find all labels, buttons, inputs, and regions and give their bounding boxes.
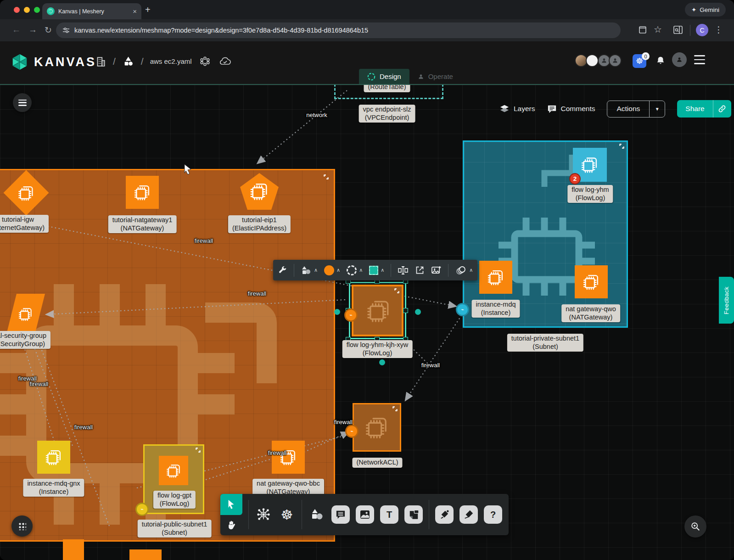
merge-flower-icon[interactable] [199,56,211,67]
rename-icon[interactable] [398,266,409,275]
collaborator-avatar-4[interactable] [609,54,622,67]
layers-button[interactable]: Layers [499,104,535,113]
feedback-tab[interactable]: Feedback [719,277,734,324]
border-style-button[interactable]: ∧ [347,265,363,275]
shapes-menu-button[interactable]: ∧ [301,265,318,275]
node-label[interactable]: tutorial-private-subnet1(Subnet) [507,334,583,352]
actions-button[interactable]: Actions ▼ [607,101,665,118]
window-minimize-button[interactable] [24,7,30,13]
edge-label[interactable]: firewall [30,381,48,387]
share-label[interactable]: Share [677,105,712,113]
kanvas-brand[interactable]: KANVAS [11,53,96,71]
design-canvas[interactable]: 2 ⌁ ⌁ ⌁ ⌁ (RouteTable) vpc endpoint-slz(… [0,85,734,560]
new-tab-button[interactable]: + [145,5,151,15]
edge-anchor-badge[interactable]: ⌁ [135,503,149,516]
edge-anchor-badge[interactable]: ⌁ [344,308,358,322]
collapse-icon[interactable] [394,288,400,294]
node-nat-gateway-1[interactable] [126,176,159,209]
forward-button[interactable]: → [28,25,37,35]
node-label[interactable]: vpc endpoint-slz(VPCEndpoint) [359,105,415,123]
browser-tab[interactable]: Kanvas | Meshery × [42,3,141,19]
resize-handle[interactable] [403,308,408,313]
design-file-name[interactable]: aws ec2.yaml [150,57,192,65]
browser-menu-icon[interactable]: ⋮ [714,24,723,35]
edge-anchor-badge[interactable]: ⌁ [345,425,359,438]
actions-label[interactable]: Actions [607,105,649,113]
edge-label[interactable]: firewall [248,290,266,297]
node-label[interactable]: tutorial-igw(InternetGateway) [0,215,49,233]
shapes-tool-button[interactable] [308,505,325,524]
node-partial-1[interactable] [63,539,84,560]
edge-label[interactable]: firewall [195,237,213,244]
zoom-search-button[interactable] [684,515,706,538]
container-network-acl[interactable] [353,403,401,452]
node-label[interactable]: tutorial-public-subnet1(Subnet) [138,520,212,538]
notification-count-badge[interactable]: 2 [569,173,581,185]
node-nat-gateway-bbc[interactable] [272,441,305,474]
bookmark-star-icon[interactable]: ☆ [654,24,662,35]
node-instance-mdq[interactable] [479,261,512,294]
cloud-sync-icon[interactable] [218,56,232,67]
actions-caret[interactable]: ▼ [649,101,665,117]
node-label[interactable]: al-security-group(SecurityGroup) [0,331,50,349]
edge-anchor-badge[interactable]: ⌁ [456,303,469,316]
apps-grid-button[interactable] [11,515,33,537]
collaborator-avatar-2[interactable] [586,54,599,67]
kubernetes-tool-button[interactable]: ☸ [278,505,296,524]
pan-tool-button[interactable] [227,515,236,535]
gemini-button[interactable]: ✦ Gemini [685,3,726,17]
group-style-button[interactable]: ∧ [455,265,473,275]
user-profile-avatar[interactable] [672,52,687,67]
tab-close-icon[interactable]: × [133,7,137,15]
open-in-new-icon[interactable] [415,265,425,275]
help-tool-button[interactable]: ? [484,505,502,524]
collapse-icon[interactable] [392,406,398,412]
window-close-button[interactable] [14,7,20,13]
node-instance-gnx[interactable] [37,441,70,474]
node-label[interactable]: flow log-gpt(FlowLog) [153,491,196,509]
tab-operate[interactable]: Operate [409,69,461,84]
reload-button[interactable]: ↻ [45,25,52,35]
node-label[interactable]: tutorial-eip1(ElasticIPAddress) [228,215,291,233]
node-nat-gateway-qwo[interactable] [575,265,608,298]
app-menu-icon[interactable] [694,55,705,64]
text-tool-button[interactable]: T [380,505,398,524]
node-label[interactable]: flow log-yhm(FlowLog) [567,185,613,203]
save-icon[interactable] [638,25,647,34]
container-flow-log-selected[interactable] [352,285,403,336]
edge-label[interactable]: firewall [334,419,353,426]
node-partial-2[interactable] [129,549,162,560]
share-button[interactable]: Share [677,100,731,118]
node-label[interactable]: instance-mdq-gnx(Instance) [23,479,84,497]
image-tool-button[interactable] [356,505,374,524]
fill-color-button[interactable]: ∧ [324,265,340,275]
node-label[interactable]: tutorial-natgateway1(NATGateway) [108,215,177,233]
shape-preview-button[interactable]: ∧ [369,266,384,275]
chrome-profile-avatar[interactable]: C [696,24,708,36]
site-settings-icon[interactable] [62,27,70,34]
node-label[interactable]: flow log-yhm-kjh-xyw(FlowLog) [342,340,413,358]
edge-pen-tool-button[interactable] [435,505,454,524]
edge-label[interactable]: firewall [74,424,93,431]
address-bar[interactable]: kanvas.new/extension/meshmap?mode=design… [56,22,621,38]
node-label[interactable]: (NetworkACL) [352,458,402,468]
edge-label[interactable]: network [306,112,327,118]
edge-label[interactable]: firewall [268,449,286,456]
organization-icon[interactable] [95,56,106,67]
node-flow-log-gpt[interactable] [159,456,188,485]
node-label[interactable]: nat gateway-qwo(NATGateway) [561,304,620,322]
node-label[interactable]: instance-mdq(Instance) [471,300,520,318]
select-tool-button[interactable] [220,494,242,515]
collapse-icon[interactable] [195,447,201,453]
comments-button[interactable]: Comments [547,105,595,113]
copy-link-icon[interactable] [713,100,731,118]
freehand-pen-tool-button[interactable] [459,505,478,524]
components-tool-button[interactable] [255,505,272,524]
node-label[interactable]: (RouteTable) [364,85,410,92]
window-zoom-button[interactable] [34,7,40,13]
canvas-menu-button[interactable] [13,93,32,112]
notifications-bell-icon[interactable] [656,55,666,66]
note-tool-button[interactable] [404,505,423,524]
configure-wrench-icon[interactable] [278,265,287,275]
comment-tool-button[interactable] [331,505,350,524]
